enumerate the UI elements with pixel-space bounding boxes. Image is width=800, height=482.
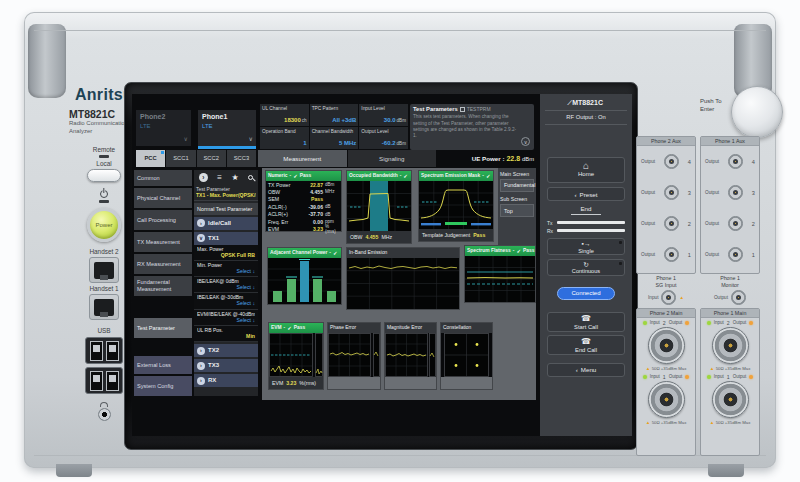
sidebar-item-common[interactable]: Common [134, 170, 192, 186]
param-channel-bandwidth[interactable]: Channel Bandwidth 5 MHz [310, 127, 359, 149]
param-output-level[interactable]: Output Level -60.2dBm [359, 127, 408, 149]
phone2-name: Phone2 [140, 113, 187, 121]
expand-info-button[interactable]: ∨ [521, 137, 530, 146]
evm-graph [269, 333, 323, 377]
chevron-down-icon: ∨ [184, 136, 188, 143]
constellation-panel: Constellation [440, 322, 493, 390]
home-icon: ⌂ [548, 160, 624, 171]
param-tpc-pattern[interactable]: TPC Pattern All +3dB [310, 104, 359, 126]
sidebar-item-fundamental-measurement[interactable]: Fundamental Measurement [134, 276, 192, 296]
menu-button[interactable]: ‹ Menu [547, 363, 625, 377]
screen-bezel: Phone2 LTE ∨ Phone1 LTE ∨ UL Channel 183… [124, 82, 638, 450]
param-input-level[interactable]: Input Level 30.0dBm [359, 104, 408, 126]
group-tx3[interactable]: › TX3 [194, 359, 258, 372]
normal-test-parameter-button[interactable]: Normal Test Parameter [194, 203, 258, 214]
measurement-area: Numeric-✓Pass TX Power22.87dBm OBW4.455M… [262, 168, 536, 400]
smb-connector [731, 290, 746, 305]
tab-scc2[interactable]: SCC2 [197, 150, 226, 167]
sub-screen-label: Sub Screen [498, 193, 536, 203]
single-button[interactable]: ▪→ Single [547, 238, 625, 255]
sideb​ar-item-system-config[interactable]: System Config [134, 376, 192, 396]
chevron-right-icon: › [197, 347, 205, 355]
numeric-panel: Numeric-✓Pass TX Power22.87dBm OBW4.455M… [265, 170, 342, 232]
smb-connector [664, 154, 679, 169]
tab-pcc[interactable]: PCC [136, 150, 165, 167]
obw-graph [347, 181, 411, 231]
search-icon[interactable] [248, 175, 253, 180]
main-screen-label: Main Screen [498, 168, 536, 178]
tx1-ibe-leak-0dbm[interactable]: IBE/LEAK@ 0dBm Select ↓ [194, 277, 258, 293]
touchscreen: Phone2 LTE ∨ Phone1 LTE ∨ UL Channel 183… [132, 94, 632, 436]
power-button[interactable]: Power [87, 208, 121, 242]
phone1-monitor: Phone 1Monitor Output [700, 275, 760, 305]
tab-scc1[interactable]: SCC1 [166, 150, 195, 167]
tx1-evm-ibe-leak-minus40dbm[interactable]: EVM/IBE/LEAK @-40dBm Select ↓ [194, 310, 258, 326]
tx1-ibe-leak-minus30dbm[interactable]: IBE/LEAK @-30dBm Select ↓ [194, 293, 258, 309]
tx1-ul-rb-pos[interactable]: UL RB Pos. Min [194, 326, 258, 342]
group-tx2[interactable]: › TX2 [194, 344, 258, 357]
phone1-main-group: Phone 1 Main Input2Output ▲50Ω +35dBm Ma… [700, 308, 760, 456]
param-operation-band[interactable]: Operation Band 1 [260, 127, 309, 149]
push-to-enter-label: Push To Enter [700, 98, 722, 114]
group-rx[interactable]: › RX [194, 374, 258, 387]
start-call-button[interactable]: ☎ Start Call [547, 312, 625, 332]
star-icon[interactable]: ★ [232, 173, 239, 183]
phone-down-icon: ☎ [548, 337, 624, 347]
phone2-tech: LTE [140, 123, 187, 130]
tx-bar [557, 221, 625, 224]
phone1-active-underline [198, 146, 256, 149]
channel-parameters: UL Channel 18300ch TPC Pattern All +3dB … [260, 104, 408, 150]
connected-status-badge[interactable]: Connected [557, 287, 615, 300]
param-ul-channel[interactable]: UL Channel 18300ch [260, 104, 309, 126]
ue-power-readout: UE Power : 22.8 dBm [438, 151, 534, 167]
chevron-down-icon: ∨ [249, 136, 253, 143]
chevron-right-icon: › [197, 362, 205, 370]
sidebar-item-call-processing[interactable]: Call Processing [134, 210, 192, 230]
sidebar-item-external-loss[interactable]: External Loss [134, 356, 192, 374]
submenu-toolbar: › ≡ ★ [194, 170, 258, 185]
list-icon[interactable]: ≡ [217, 173, 222, 183]
end-button[interactable]: End [571, 205, 601, 214]
continuous-button[interactable]: ↻ Continuous [547, 259, 625, 276]
group-idle-call[interactable]: › Idle/Call [194, 217, 258, 230]
end-call-button[interactable]: ☎ End Call [547, 335, 625, 355]
sidebar-item-rx-measurement[interactable]: RX Measurement [134, 254, 192, 274]
chevron-down-icon: ∨ [524, 139, 528, 145]
tab-signaling[interactable]: Signaling [348, 150, 437, 167]
preset-button[interactable]: ‹ Preset [547, 187, 625, 201]
phone2-selector[interactable]: Phone2 LTE ∨ [136, 110, 191, 146]
input-led [643, 375, 647, 379]
tab-measurement[interactable]: Measurement [258, 150, 347, 167]
warning-icon: ▲ [710, 366, 714, 371]
test-parameters-code: TESTPRM [467, 106, 491, 112]
phone1-selector[interactable]: Phone1 LTE ∨ [198, 110, 256, 146]
output-led [749, 375, 753, 379]
local-button[interactable] [87, 169, 121, 182]
tx1-max-power[interactable]: Max. Power QPSK Full RB [194, 245, 258, 261]
tab-scc3[interactable]: SCC3 [227, 150, 256, 167]
phone1-name: Phone1 [202, 113, 252, 121]
screen-brand-logo: ∕MT8821C [540, 99, 632, 107]
current-test-parameter: Test Parameter TX1 - Max. Power(QPSK/Ful… [194, 185, 258, 201]
tx1-min-power[interactable]: Min. Power Select ↓ [194, 261, 258, 277]
sidebar-item-test-parameter[interactable]: Test Parameter [134, 318, 192, 338]
smb-connector [728, 247, 743, 262]
acp-graph [268, 258, 341, 304]
group-tx1[interactable]: ∨ TX1 [194, 232, 258, 245]
pass-check-icon: ✓ [287, 325, 292, 332]
pass-check-icon: ✓ [293, 173, 298, 180]
power-button-label: Power [95, 222, 112, 228]
handset1-port [89, 294, 119, 320]
sidebar-item-physical-channel[interactable]: Physical Channel [134, 188, 192, 208]
phone1-tech: LTE [202, 123, 252, 130]
home-button[interactable]: ⌂ Home [547, 157, 625, 183]
main-screen-button[interactable]: Fundamental [500, 179, 534, 192]
loop-icon: ↻ [548, 261, 624, 268]
input-led [643, 321, 647, 325]
smb-connector [664, 216, 679, 231]
rotary-knob[interactable] [731, 86, 783, 138]
usb-ports-bottom [85, 367, 123, 394]
sidebar-item-tx-measurement[interactable]: TX Measurement [134, 232, 192, 252]
sub-screen-button[interactable]: Top [500, 204, 534, 217]
next-icon[interactable]: › [199, 173, 208, 182]
